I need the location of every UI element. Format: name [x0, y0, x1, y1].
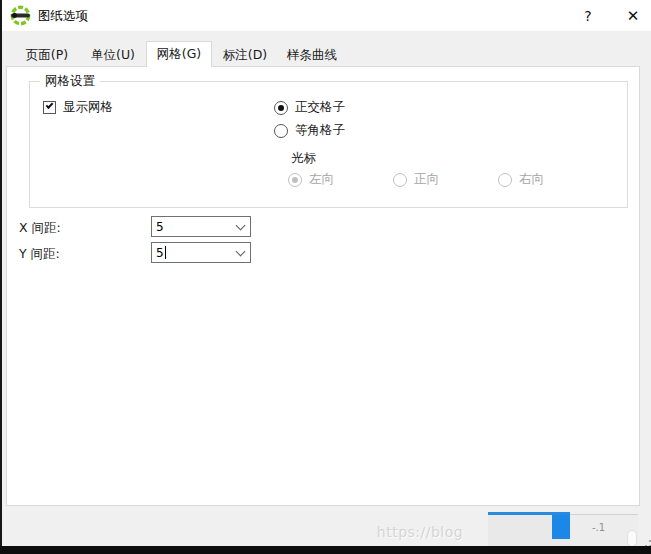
window-title: 图纸选项 [38, 8, 88, 25]
x-spacing-value[interactable]: 5 [152, 220, 164, 234]
radio-dot [292, 177, 298, 183]
grid-settings-group: 网格设置 显示网格 正交格子 等角格子 光标 [29, 81, 628, 208]
drawing-options-dialog: 图纸选项 ? ✕ 页面(P) 单位(U) 网格(G) 标注(D) 样条曲线 网格… [0, 0, 651, 554]
iso-grid-label: 等角格子 [295, 122, 345, 139]
watermark-fragment: -.1 [592, 522, 605, 533]
cursor-front-radio [393, 173, 407, 187]
tab-dimension[interactable]: 标注(D) [212, 44, 278, 66]
iso-grid-radio[interactable] [274, 124, 288, 138]
titlebar: 图纸选项 ? ✕ [2, 0, 651, 31]
tab-grid[interactable]: 网格(G) [146, 41, 212, 67]
cursor-right-option: 右向 [498, 171, 544, 188]
show-grid-label: 显示网格 [63, 99, 113, 116]
cursor-left-option: 左向 [288, 171, 334, 188]
group-title: 网格设置 [40, 73, 100, 90]
cursor-front-label: 正向 [414, 171, 439, 188]
x-spacing-combobox[interactable]: 5 [151, 216, 251, 237]
chevron-down-icon [235, 220, 245, 230]
cursor-left-label: 左向 [309, 171, 334, 188]
cursor-front-option: 正向 [393, 171, 439, 188]
tabstrip: 页面(P) 单位(U) 网格(G) 标注(D) 样条曲线 [0, 40, 651, 67]
show-grid-checkbox[interactable] [43, 101, 56, 114]
close-icon[interactable]: ✕ [613, 0, 651, 31]
cursor-right-radio [498, 173, 512, 187]
y-spacing-value[interactable]: 5 [152, 246, 164, 260]
radio-dot [278, 105, 284, 111]
y-spacing-combobox[interactable]: 5 [151, 242, 251, 263]
iso-grid-option[interactable]: 等角格子 [274, 122, 345, 139]
cursor-right-label: 右向 [519, 171, 544, 188]
ortho-grid-label: 正交格子 [295, 99, 345, 116]
ortho-grid-option[interactable]: 正交格子 [274, 99, 345, 116]
screen-edge-bottom [0, 546, 651, 554]
tab-spline[interactable]: 样条曲线 [278, 44, 346, 66]
y-spacing-label: Y 间距: [19, 246, 60, 263]
tab-page[interactable]: 页面(P) [14, 44, 80, 66]
show-grid-option[interactable]: 显示网格 [43, 99, 113, 116]
screen-edge-left [0, 0, 2, 554]
x-spacing-dropdown-button[interactable] [230, 217, 250, 236]
y-spacing-dropdown-button[interactable] [230, 243, 250, 262]
checkmark-icon [46, 101, 54, 109]
watermark: https://blog [330, 524, 510, 540]
cursor-label: 光标 [291, 150, 316, 167]
accent-block [552, 515, 570, 539]
cursor-left-radio [288, 173, 302, 187]
help-button[interactable]: ? [568, 0, 608, 31]
tab-units[interactable]: 单位(U) [80, 44, 146, 66]
app-logo-icon [10, 5, 31, 26]
chevron-down-icon [235, 246, 245, 256]
x-spacing-label: X 间距: [19, 220, 61, 237]
capsule-shape [627, 530, 637, 547]
ortho-grid-radio[interactable] [274, 101, 288, 115]
grid-tab-page: 网格设置 显示网格 正交格子 等角格子 光标 [6, 66, 640, 506]
text-caret [165, 246, 166, 259]
